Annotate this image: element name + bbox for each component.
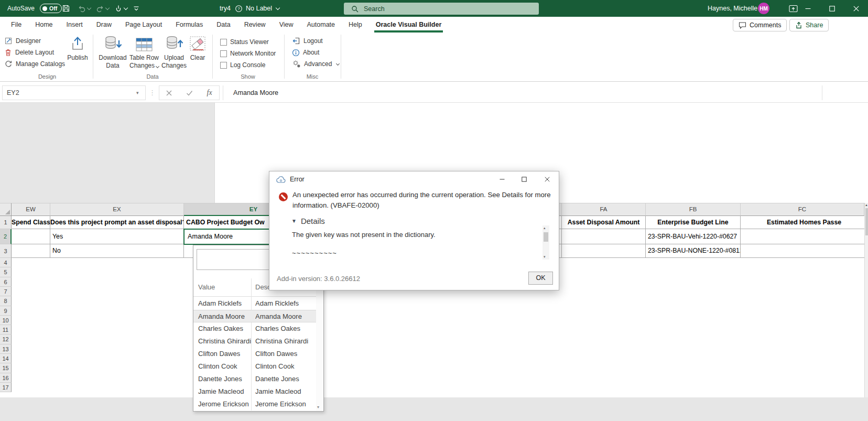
tab-review[interactable]: Review — [237, 17, 273, 33]
cancel-entry-icon[interactable] — [166, 90, 172, 96]
row-header-8[interactable]: 8 — [0, 296, 12, 306]
dropdown-item[interactable]: Clinton CookClinton Cook — [193, 360, 316, 373]
search-bar[interactable] — [344, 3, 539, 15]
row-header-6[interactable]: 6 — [0, 277, 12, 287]
cell-FB3[interactable]: 23-SPR-BAU-NONE-1220-#0812 — [646, 244, 741, 258]
row-header-12[interactable]: 12 — [0, 334, 12, 344]
redo-button[interactable] — [96, 0, 109, 17]
save-button[interactable] — [62, 0, 70, 17]
autosave-toggle[interactable]: Off — [36, 0, 62, 17]
share-button[interactable]: Share — [789, 19, 829, 31]
row-header-1[interactable]: 1 — [0, 216, 12, 229]
row-header-15[interactable]: 15 — [0, 363, 12, 373]
dropdown-item-selected[interactable]: Amanda MooreAmanda Moore — [193, 310, 316, 322]
table-row-changes-button[interactable]: Table Row Changes — [129, 34, 159, 70]
row-header-13[interactable]: 13 — [0, 344, 12, 354]
row-header-3[interactable]: 3 — [0, 244, 12, 258]
dialog-minimize-button[interactable] — [496, 173, 508, 186]
tab-page-layout[interactable]: Page Layout — [118, 17, 169, 33]
cell-FB1[interactable]: Enterprise Budget Line — [646, 216, 741, 229]
cell-EX3[interactable]: No — [50, 244, 184, 258]
dropdown-item[interactable]: Jerome EricksonJerome Erickson — [193, 398, 316, 411]
publish-button[interactable]: Publish — [64, 34, 91, 62]
cell-FA3[interactable] — [562, 244, 646, 258]
customize-quick-access-button[interactable] — [133, 0, 140, 17]
logout-button[interactable]: Logout — [292, 36, 323, 46]
row-header-7[interactable]: 7 — [0, 287, 12, 296]
user-name[interactable]: Haynes, Michelle — [708, 0, 757, 17]
column-header-FC[interactable]: FC — [741, 203, 864, 216]
manage-catalogs-button[interactable]: Manage Catalogs — [4, 59, 65, 69]
scroll-down-icon[interactable]: ▾ — [317, 405, 319, 409]
formula-input[interactable]: Amanda Moore — [223, 85, 822, 100]
cell-FC3[interactable] — [741, 244, 868, 258]
tab-insert[interactable]: Insert — [60, 17, 90, 33]
error-dialog-titlebar[interactable]: Error — [269, 171, 559, 187]
scroll-up-icon[interactable]: ▴ — [544, 226, 546, 230]
about-button[interactable]: About — [292, 47, 319, 58]
maximize-button[interactable] — [820, 0, 844, 17]
column-header-FA[interactable]: FA — [562, 203, 646, 216]
tab-data[interactable]: Data — [210, 17, 237, 33]
name-box-chevron-icon[interactable]: ▾ — [136, 90, 139, 95]
sensitivity-badge[interactable]: ? No Label — [235, 0, 279, 17]
cell-FA1[interactable]: Asset Disposal Amount — [562, 216, 646, 229]
dialog-maximize-button[interactable] — [518, 173, 530, 186]
select-all-corner[interactable] — [0, 203, 12, 216]
cell-FC1[interactable]: Estimated Homes Passe — [741, 216, 868, 229]
user-avatar[interactable]: HM — [758, 3, 769, 14]
cell-EW3[interactable] — [12, 244, 50, 258]
row-header-17[interactable]: 17 — [0, 383, 12, 392]
touch-mode-button[interactable] — [114, 0, 127, 17]
tab-help[interactable]: Help — [342, 17, 369, 33]
insert-function-icon[interactable]: fx — [207, 89, 212, 97]
dialog-close-button[interactable] — [541, 173, 554, 186]
minimize-button[interactable] — [796, 0, 820, 17]
name-box[interactable]: EY2 — [2, 85, 146, 100]
ok-button[interactable]: OK — [528, 272, 553, 285]
designer-button[interactable]: Designer — [4, 36, 41, 46]
delete-layout-button[interactable]: Delete Layout — [4, 47, 54, 58]
cell-FB2[interactable]: 23-SPR-BAU-Vehi-1220-#0627 — [646, 229, 741, 244]
details-scrollbar[interactable]: ▴ ▾ — [542, 225, 549, 260]
cell-EW2[interactable] — [12, 229, 50, 244]
column-header-EX[interactable]: EX — [50, 203, 184, 216]
cell-EW1[interactable]: Spend Class — [12, 216, 50, 229]
scrollbar-thumb[interactable] — [865, 208, 868, 235]
enter-entry-icon[interactable] — [186, 90, 193, 96]
dropdown-item[interactable]: Clifton DawesClifton Dawes — [193, 348, 316, 360]
dropdown-item[interactable]: Christina GhirardiChristina Ghirardi — [193, 335, 316, 348]
status-viewer-checkbox[interactable]: Status Viewer — [220, 37, 269, 47]
dropdown-item[interactable]: Charles OakesCharles Oakes — [193, 322, 316, 335]
row-header-16[interactable]: 16 — [0, 373, 12, 383]
column-header-FB[interactable]: FB — [646, 203, 741, 216]
dropdown-item[interactable]: Jamie MacleodJamie Macleod — [193, 385, 316, 398]
upload-changes-button[interactable]: Upload Changes — [161, 34, 187, 70]
sheet-vertical-scrollbar[interactable]: ▲ — [864, 203, 868, 397]
row-header-5[interactable]: 5 — [0, 267, 12, 277]
clear-button[interactable]: Clear — [187, 34, 209, 62]
tab-file[interactable]: File — [4, 17, 28, 33]
tab-oracle-visual-builder[interactable]: Oracle Visual Builder — [369, 17, 449, 33]
undo-button[interactable] — [78, 0, 91, 17]
row-header-14[interactable]: 14 — [0, 354, 12, 363]
row-header-9[interactable]: 9 — [0, 306, 12, 316]
comments-button[interactable]: Comments — [733, 19, 787, 31]
search-input[interactable] — [364, 5, 521, 13]
row-header-4[interactable]: 4 — [0, 258, 12, 267]
dropdown-item[interactable]: Danette JonesDanette Jones — [193, 373, 316, 385]
details-expander[interactable]: ▼ Details — [291, 217, 325, 225]
close-button[interactable] — [844, 0, 868, 17]
tab-home[interactable]: Home — [28, 17, 59, 33]
download-data-button[interactable]: Download Data — [97, 34, 128, 70]
cell-EX1[interactable]: Does this project prompt an asset dispos… — [50, 216, 184, 229]
row-header-11[interactable]: 11 — [0, 325, 12, 334]
cell-FC2[interactable] — [741, 229, 868, 244]
tab-formulas[interactable]: Formulas — [169, 17, 210, 33]
cell-FA2[interactable] — [562, 229, 646, 244]
row-header-2[interactable]: 2 — [0, 229, 12, 244]
tab-automate[interactable]: Automate — [300, 17, 342, 33]
scroll-up-icon[interactable]: ▲ — [865, 203, 868, 207]
cell-EX2[interactable]: Yes — [50, 229, 184, 244]
dropdown-scrollbar[interactable]: ▾ — [316, 278, 323, 411]
